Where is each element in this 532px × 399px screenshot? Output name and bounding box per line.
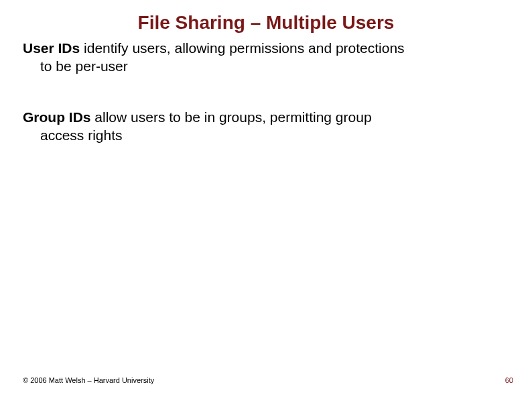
- slide-content: User IDs identify users, allowing permis…: [0, 39, 532, 144]
- bullet-item: Group IDs allow users to be in groups, p…: [23, 108, 505, 145]
- slide-footer: © 2006 Matt Welsh – Harvard University 6…: [0, 376, 532, 384]
- bullet-item: User IDs identify users, allowing permis…: [23, 39, 505, 76]
- bullet-continuation: access rights: [23, 126, 505, 144]
- bold-term: Group IDs: [23, 109, 91, 125]
- bullet-text: identify users, allowing permissions and…: [80, 40, 404, 56]
- copyright-text: © 2006 Matt Welsh – Harvard University: [23, 376, 154, 384]
- bullet-text: allow users to be in groups, permitting …: [91, 109, 372, 125]
- bullet-continuation: to be per-user: [23, 57, 505, 75]
- bullet-line: User IDs identify users, allowing permis…: [23, 39, 505, 57]
- slide-title: File Sharing – Multiple Users: [0, 0, 532, 39]
- bullet-line: Group IDs allow users to be in groups, p…: [23, 108, 505, 126]
- bold-term: User IDs: [23, 40, 80, 56]
- page-number: 60: [505, 376, 513, 384]
